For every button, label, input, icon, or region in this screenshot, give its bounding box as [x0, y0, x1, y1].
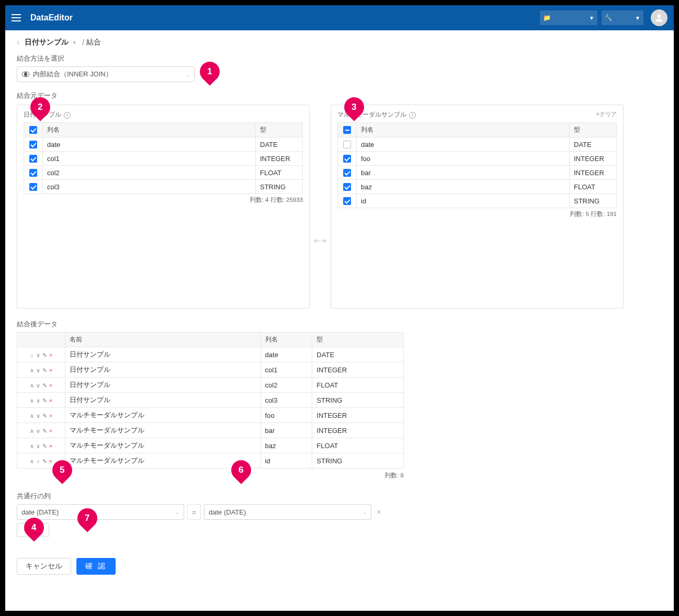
svg-point-0 [658, 14, 661, 18]
edit-icon[interactable]: ✎ [42, 352, 47, 358]
result-table: 名前 列名 型 ∧∨✎×日付サンプルdateDATE∧∨✎×日付サンプルcol1… [17, 332, 404, 469]
row-checkbox[interactable] [343, 169, 351, 177]
avatar[interactable] [651, 9, 667, 26]
info-icon[interactable]: i [409, 112, 416, 119]
source-right-footer: 列数: 5 行数: 181 [337, 210, 617, 218]
move-up-icon[interactable]: ∧ [30, 428, 34, 434]
workspace-dropdown[interactable]: 📁▼ [540, 10, 597, 25]
join-method-select[interactable]: 内部結合（INNER JOIN） ⌄ [17, 66, 195, 82]
edit-icon[interactable]: ✎ [42, 413, 47, 419]
move-up-icon[interactable]: ∧ [30, 382, 34, 389]
menu-icon[interactable] [12, 12, 24, 24]
move-up-icon[interactable]: ∧ [30, 352, 34, 358]
move-down-icon[interactable]: ∨ [36, 382, 40, 389]
source-left-footer: 列数: 4 行数: 25933 [24, 196, 303, 204]
table-row: ∧∨✎×マルチモーダルサンプルbarINTEGER [17, 423, 404, 438]
select-all-checkbox[interactable] [343, 126, 351, 134]
table-row: ∧∨✎×日付サンプルcol2FLOAT [17, 378, 404, 393]
result-label: 結合後データ [17, 320, 662, 329]
move-down-icon[interactable]: ∨ [36, 397, 40, 404]
edit-icon[interactable]: ✎ [42, 458, 47, 464]
source-right-table: 列名 型 dateDATEfooINTEGERbarINTEGERbazFLOA… [337, 122, 617, 208]
row-checkbox[interactable] [29, 155, 37, 163]
row-checkbox[interactable] [343, 197, 351, 205]
edit-icon[interactable]: ✎ [42, 382, 47, 389]
row-checkbox[interactable] [29, 183, 37, 191]
breadcrumb: ‹ 日付サンプル ▼ / 結合 [17, 38, 662, 47]
info-icon[interactable]: i [64, 112, 71, 119]
move-up-icon[interactable]: ∧ [30, 443, 34, 449]
move-down-icon[interactable]: ∨ [36, 443, 40, 449]
edit-icon[interactable]: ✎ [42, 397, 47, 404]
split-icon[interactable]: ⇤⇥ [314, 236, 326, 245]
delete-icon[interactable]: × [49, 352, 52, 358]
table-row: ∧∨✎×日付サンプルcol3STRING [17, 393, 404, 408]
source-right-panel: マルチモーダルサンプル i ×クリア 列名 型 dateDATEfooINTEG… [331, 105, 624, 309]
inner-join-icon [21, 70, 30, 78]
delete-icon[interactable]: × [49, 413, 52, 419]
keys-label: 共通行の列 [17, 492, 662, 501]
table-row: ∧∨✎×マルチモーダルサンプルidSTRING [17, 453, 404, 469]
delete-icon[interactable]: × [49, 443, 52, 449]
remove-key-icon[interactable]: × [375, 508, 383, 516]
table-row: col2FLOAT [24, 166, 303, 180]
top-bar: DataEditor 📁▼ 🔧▼ [5, 5, 674, 30]
table-row: ∧∨✎×マルチモーダルサンプルbazFLOAT [17, 438, 404, 453]
move-down-icon[interactable]: ∨ [36, 352, 40, 358]
source-left-title: 日付サンプル i [24, 110, 303, 119]
move-up-icon[interactable]: ∧ [30, 458, 34, 464]
row-checkbox[interactable] [29, 141, 37, 149]
key-right-select[interactable]: date (DATE)⌄ [204, 504, 371, 520]
move-down-icon[interactable]: ∨ [36, 428, 40, 434]
delete-icon[interactable]: × [49, 397, 52, 404]
table-row: barINTEGER [338, 166, 617, 180]
breadcrumb-parent[interactable]: 日付サンプル [25, 38, 69, 47]
delete-icon[interactable]: × [49, 382, 52, 389]
chevron-down-icon: ⌄ [363, 509, 367, 515]
move-up-icon[interactable]: ∧ [30, 367, 34, 373]
table-row: dateDATE [338, 138, 617, 152]
move-up-icon[interactable]: ∧ [30, 413, 34, 419]
table-row: col1INTEGER [24, 152, 303, 166]
back-icon[interactable]: ‹ [17, 38, 19, 47]
tools-dropdown[interactable]: 🔧▼ [602, 10, 643, 25]
breadcrumb-current: 結合 [86, 38, 101, 47]
edit-icon[interactable]: ✎ [42, 428, 47, 434]
source-right-title: マルチモーダルサンプル i [337, 110, 617, 119]
chevron-down-icon[interactable]: ▼ [72, 40, 77, 45]
cancel-button[interactable]: キャンセル [17, 558, 71, 575]
table-row: col3STRING [24, 180, 303, 194]
move-down-icon[interactable]: ∨ [36, 413, 40, 419]
confirm-button[interactable]: 確 認 [76, 558, 116, 575]
table-row: idSTRING [338, 194, 617, 208]
folder-icon: 📁 [543, 14, 551, 21]
app-title: DataEditor [30, 13, 73, 22]
clear-link[interactable]: ×クリア [596, 110, 617, 118]
table-row: ∧∨✎×マルチモーダルサンプルfooINTEGER [17, 408, 404, 423]
move-up-icon[interactable]: ∧ [30, 397, 34, 404]
equals-icon: = [187, 504, 201, 520]
result-footer: 列数: 8 [17, 472, 404, 480]
source-data-label: 結合元データ [17, 92, 662, 100]
source-left-table: 列名 型 dateDATEcol1INTEGERcol2FLOATcol3STR… [24, 122, 303, 194]
row-checkbox[interactable] [343, 183, 351, 191]
move-down-icon[interactable]: ∨ [36, 367, 40, 373]
chevron-down-icon: ⌄ [186, 72, 190, 77]
edit-icon[interactable]: ✎ [42, 443, 47, 449]
chevron-down-icon: ⌄ [175, 509, 179, 515]
table-row: fooINTEGER [338, 152, 617, 166]
select-all-checkbox[interactable] [29, 126, 37, 134]
move-down-icon[interactable]: ∨ [36, 458, 40, 464]
delete-icon[interactable]: × [49, 367, 52, 373]
delete-icon[interactable]: × [49, 428, 52, 434]
table-row: ∧∨✎×日付サンプルdateDATE [17, 347, 404, 362]
row-checkbox[interactable] [343, 155, 351, 163]
edit-icon[interactable]: ✎ [42, 367, 47, 373]
table-row: dateDATE [24, 138, 303, 152]
row-checkbox[interactable] [343, 141, 351, 149]
table-row: ∧∨✎×日付サンプルcol1INTEGER [17, 362, 404, 378]
wrench-icon: 🔧 [605, 14, 613, 21]
table-row: bazFLOAT [338, 180, 617, 194]
join-method-label: 結合方法を選択 [17, 54, 662, 63]
row-checkbox[interactable] [29, 169, 37, 177]
